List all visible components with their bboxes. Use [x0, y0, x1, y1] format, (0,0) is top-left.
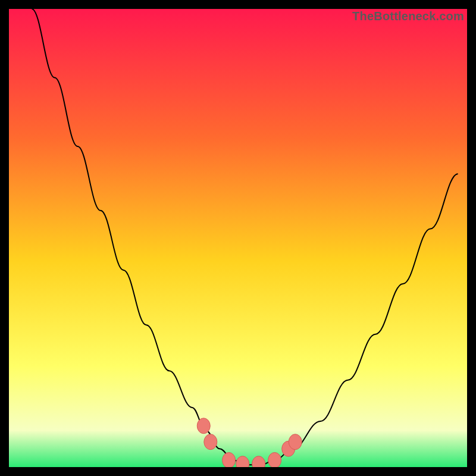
marker-valley-left	[223, 452, 236, 467]
marker-valley-right	[268, 452, 281, 467]
gradient-background	[9, 9, 467, 467]
watermark-label: TheBottleneck.com	[352, 10, 464, 23]
plot-area	[9, 9, 467, 467]
marker-left-shoulder-mid	[204, 434, 217, 450]
bottleneck-chart	[9, 9, 467, 467]
marker-right-shoulder-top	[289, 434, 302, 450]
outer-frame: TheBottleneck.com	[0, 0, 476, 476]
marker-left-shoulder-top	[197, 418, 210, 434]
